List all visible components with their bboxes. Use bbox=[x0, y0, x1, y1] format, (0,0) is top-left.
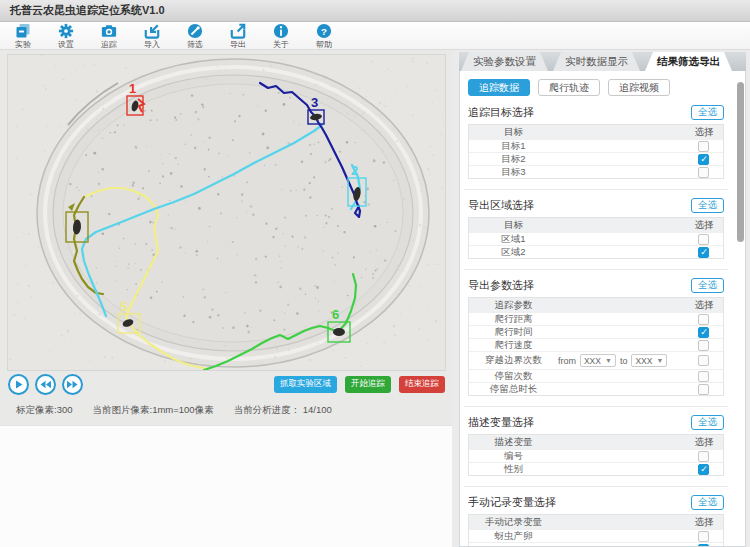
gear-icon bbox=[58, 23, 74, 39]
grab-area-button[interactable]: 抓取实验区域 bbox=[274, 376, 337, 393]
status-calibration: 标定像素:300 bbox=[16, 404, 73, 417]
table-row: 蚜虫产卵 bbox=[469, 529, 723, 542]
status-bar: 标定像素:300 当前图片像素:1mm=100像素 当前分析进度： 14/100 bbox=[16, 404, 452, 417]
row-select-cell bbox=[685, 384, 723, 395]
select-all-button[interactable]: 全选 bbox=[691, 278, 724, 293]
section-header-row: 描述变量选择全选 bbox=[468, 415, 724, 430]
toolbar-button-label: 导出 bbox=[230, 40, 246, 49]
section-divider bbox=[464, 406, 728, 407]
unchecked-checkbox[interactable] bbox=[698, 234, 709, 245]
section-header-row: 手动记录变量选择全选 bbox=[468, 495, 724, 510]
range-from-label: from bbox=[558, 356, 576, 366]
unchecked-checkbox[interactable] bbox=[698, 371, 709, 382]
checked-checkbox[interactable]: ✓ bbox=[698, 327, 709, 338]
unchecked-checkbox[interactable] bbox=[698, 340, 709, 351]
row-select-cell bbox=[685, 355, 723, 366]
stop-tracking-button[interactable]: 结束追踪 bbox=[399, 376, 445, 393]
section-divider bbox=[464, 269, 728, 270]
column-header-select: 选择 bbox=[685, 126, 723, 139]
marker-label-6: 6 bbox=[332, 307, 339, 322]
checked-checkbox[interactable]: ✓ bbox=[698, 247, 709, 258]
tab-3[interactable]: 结果筛选导出 bbox=[645, 52, 732, 71]
toolbar-button-camera[interactable]: 追踪 bbox=[94, 23, 124, 49]
chevron-down-icon: ▼ bbox=[605, 357, 612, 364]
table-header-row: 目标选择 bbox=[469, 125, 723, 139]
camera-icon bbox=[101, 23, 117, 39]
select-all-button[interactable]: 全选 bbox=[691, 415, 724, 430]
table-row: 爬行时间✓ bbox=[469, 325, 723, 338]
table-row: 爬行速度 bbox=[469, 338, 723, 351]
toolbar-button-experiment[interactable]: 实验 bbox=[8, 23, 38, 49]
export-type-button-3[interactable]: 追踪视频 bbox=[608, 79, 670, 96]
insect-body bbox=[333, 328, 345, 336]
checked-checkbox[interactable]: ✓ bbox=[698, 544, 709, 547]
play-button[interactable] bbox=[8, 374, 29, 395]
start-tracking-button[interactable]: 开始追踪 bbox=[345, 376, 391, 393]
unchecked-checkbox[interactable] bbox=[698, 355, 709, 366]
section-title: 描述变量选择 bbox=[468, 415, 534, 430]
select-all-button[interactable]: 全选 bbox=[691, 495, 724, 510]
row-select-cell bbox=[685, 141, 723, 152]
table-row: 目标2✓ bbox=[469, 152, 723, 165]
sections-wrap: 追踪目标选择全选目标选择目标1目标2✓目标3导出区域选择全选目标选择区域1区域2… bbox=[468, 105, 724, 547]
unchecked-checkbox[interactable] bbox=[698, 314, 709, 325]
toolbar-button-label: 关于 bbox=[273, 40, 289, 49]
rewind-button[interactable] bbox=[35, 374, 56, 395]
column-header: 目标 bbox=[469, 126, 558, 139]
select-all-button[interactable]: 全选 bbox=[691, 198, 724, 213]
row-select-cell: ✓ bbox=[685, 544, 723, 547]
fast-forward-button[interactable] bbox=[62, 374, 83, 395]
export-type-button-1[interactable]: 追踪数据 bbox=[468, 79, 530, 96]
tab-2[interactable]: 实时数据显示 bbox=[553, 52, 640, 71]
column-header-select: 选择 bbox=[685, 299, 723, 312]
column-header: 描述变量 bbox=[469, 436, 558, 449]
table-header-row: 目标选择 bbox=[469, 218, 723, 232]
selection-table: 描述变量选择编号性别✓ bbox=[468, 434, 724, 476]
range-from-select[interactable]: XXX▼ bbox=[580, 354, 616, 367]
unchecked-checkbox[interactable] bbox=[698, 451, 709, 462]
row-label: 爬行速度 bbox=[469, 339, 558, 352]
unchecked-checkbox[interactable] bbox=[698, 384, 709, 395]
toolbar-button-settings[interactable]: 设置 bbox=[51, 23, 81, 49]
empty-workspace bbox=[0, 425, 452, 547]
selection-section: 导出区域选择全选目标选择区域1区域2✓ bbox=[468, 198, 724, 259]
status-progress: 当前分析进度： 14/100 bbox=[234, 404, 332, 417]
titlebar: 托普云农昆虫追踪定位系统V1.0 bbox=[0, 0, 750, 22]
main-area: 13256 抓取实验区域 开始追踪 结束追踪 标定像素:300 当前图片像素:1… bbox=[0, 50, 750, 547]
range-to-value: XXX bbox=[635, 356, 652, 366]
toolbar-button-export[interactable]: 导出 bbox=[223, 23, 253, 49]
unchecked-checkbox[interactable] bbox=[698, 531, 709, 542]
select-all-button[interactable]: 全选 bbox=[691, 105, 724, 120]
table-row: 停留总时长 bbox=[469, 382, 723, 395]
tab-1[interactable]: 实验参数设置 bbox=[461, 52, 548, 71]
toolbar-button-about[interactable]: 关于 bbox=[266, 23, 296, 49]
table-row: 爬行距离 bbox=[469, 312, 723, 325]
unchecked-checkbox[interactable] bbox=[698, 141, 709, 152]
row-select-cell bbox=[685, 234, 723, 245]
row-middle: fromXXX▼toXXX▼ bbox=[558, 354, 685, 367]
unchecked-checkbox[interactable] bbox=[698, 167, 709, 178]
range-to-select[interactable]: XXX▼ bbox=[631, 354, 667, 367]
section-header-row: 导出区域选择全选 bbox=[468, 198, 724, 213]
toolbar-button-filter[interactable]: 筛选 bbox=[180, 23, 210, 49]
column-header: 目标 bbox=[469, 219, 558, 232]
column-header-select: 选择 bbox=[685, 516, 723, 529]
row-select-cell bbox=[685, 531, 723, 542]
table-row: 穿越边界次数fromXXX▼toXXX▼ bbox=[469, 351, 723, 369]
marker-label-5: 5 bbox=[120, 299, 127, 314]
toolbar-button-help[interactable]: ?帮助 bbox=[309, 23, 339, 49]
row-label: XXX bbox=[469, 544, 558, 547]
toolbar-button-import[interactable]: 导入 bbox=[137, 23, 167, 49]
row-label: 停留次数 bbox=[469, 370, 558, 383]
export-type-button-2[interactable]: 爬行轨迹 bbox=[538, 79, 600, 96]
panel-scrollbar-thumb[interactable] bbox=[737, 82, 744, 242]
section-divider bbox=[464, 189, 728, 190]
checked-checkbox[interactable]: ✓ bbox=[698, 154, 709, 165]
selection-section: 追踪目标选择全选目标选择目标1目标2✓目标3 bbox=[468, 105, 724, 179]
checked-checkbox[interactable]: ✓ bbox=[698, 464, 709, 475]
selection-section: 描述变量选择全选描述变量选择编号性别✓ bbox=[468, 415, 724, 476]
fast-forward-icon bbox=[66, 379, 79, 390]
toolbar-button-label: 帮助 bbox=[316, 40, 332, 49]
toolbar-button-label: 导入 bbox=[144, 40, 160, 49]
selection-section: 导出参数选择全选追踪参数选择爬行距离爬行时间✓爬行速度穿越边界次数fromXXX… bbox=[468, 278, 724, 396]
